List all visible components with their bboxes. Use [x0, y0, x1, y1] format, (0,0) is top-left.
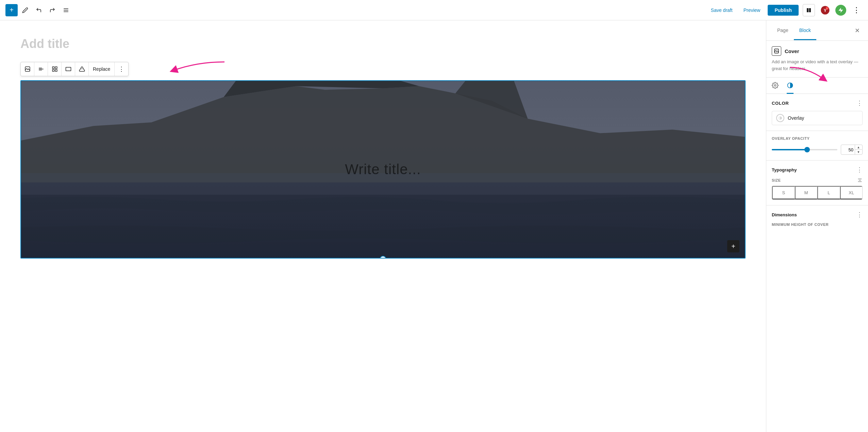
list-view-button[interactable]	[60, 4, 72, 16]
opacity-section: OVERLAY OPACITY ▲ ▼	[766, 131, 868, 161]
size-s[interactable]: S	[772, 186, 795, 199]
typography-section: Typography ⋮ SIZE S M L XL	[766, 161, 868, 205]
cover-add-block-button[interactable]: +	[727, 240, 739, 252]
editor-area: Add title	[0, 20, 766, 432]
settings-tab-style[interactable]	[787, 78, 794, 94]
main-area: Add title	[0, 20, 868, 432]
tab-page[interactable]: Page	[772, 21, 794, 40]
size-m[interactable]: M	[795, 186, 818, 199]
right-sidebar: Page Block ✕ Cover Add an image or video…	[766, 20, 868, 432]
svg-rect-14	[52, 67, 54, 68]
dimensions-section: Dimensions ⋮ MINIMUM HEIGHT OF COVER	[766, 205, 868, 232]
toolbar-left: +	[5, 4, 72, 16]
redo-button[interactable]	[46, 4, 59, 16]
typography-more-button[interactable]: ⋮	[856, 166, 863, 173]
dimensions-header: Dimensions ⋮	[772, 211, 863, 218]
opacity-increment[interactable]: ▲	[855, 145, 862, 150]
undo-icon	[36, 7, 42, 13]
publish-button[interactable]: Publish	[768, 5, 799, 16]
overlay-button[interactable]: Overlay	[772, 111, 863, 125]
fullwidth-button[interactable]	[62, 62, 75, 76]
block-settings-tabs	[766, 78, 868, 94]
sidebar-close-button[interactable]: ✕	[852, 25, 863, 36]
top-toolbar: + Save draft Preview Publish	[0, 0, 868, 20]
pencil-icon	[22, 7, 28, 13]
gear-icon	[772, 82, 779, 89]
size-l[interactable]: L	[817, 186, 840, 199]
size-xl[interactable]: XL	[840, 186, 863, 199]
size-options: S M L XL	[772, 186, 863, 200]
cover-icon	[774, 48, 779, 54]
overlay-color-circle	[776, 114, 784, 122]
jetpack-icon[interactable]	[835, 5, 846, 16]
opacity-decrement[interactable]: ▼	[855, 150, 862, 154]
yoast-icon: Y •	[820, 5, 830, 15]
alert-button[interactable]	[75, 62, 89, 76]
opacity-value-box: ▲ ▼	[841, 145, 863, 155]
color-section: Color ⋮ Overlay	[766, 94, 868, 131]
alert-icon	[79, 66, 85, 72]
cover-background: Write title... +	[21, 81, 745, 258]
list-icon	[63, 7, 69, 13]
opacity-value-input[interactable]	[841, 146, 855, 154]
color-more-button[interactable]: ⋮	[856, 99, 863, 107]
sidebar-tabs: Page Block	[772, 21, 852, 40]
block-type-icon	[772, 46, 781, 56]
cover-block: Write title... +	[20, 80, 746, 259]
min-height-label: MINIMUM HEIGHT OF COVER	[772, 222, 863, 227]
block-toolbar: Replace ⋮	[20, 62, 129, 76]
svg-rect-15	[55, 67, 57, 68]
block-info-section: Cover Add an image or video with a text …	[766, 41, 868, 78]
cover-title-text[interactable]: Write title...	[345, 161, 421, 178]
block-description: Add an image or video with a text overla…	[772, 59, 863, 72]
bolt-icon	[838, 7, 844, 13]
opacity-slider[interactable]	[772, 149, 837, 150]
options-button[interactable]: ⋮	[850, 4, 863, 16]
align-left-button[interactable]	[34, 62, 48, 76]
typography-title: Typography	[772, 167, 797, 172]
grid-view-button[interactable]	[48, 62, 62, 76]
edit-mode-button[interactable]	[19, 4, 31, 16]
block-more-options[interactable]: ⋮	[115, 62, 128, 76]
svg-rect-17	[55, 70, 57, 71]
fullwidth-icon	[65, 66, 71, 72]
editor-view-toggle[interactable]	[803, 4, 815, 16]
sidebar-header: Page Block ✕	[766, 20, 868, 41]
dimensions-more-button[interactable]: ⋮	[856, 211, 863, 218]
replace-button[interactable]: Replace	[89, 62, 115, 76]
align-left-icon	[38, 66, 44, 72]
editor-view-icon	[806, 7, 812, 13]
svg-text:•: •	[827, 7, 828, 10]
overlay-color-icon	[778, 116, 782, 120]
toolbar-right: Save draft Preview Publish Y • ⋮	[707, 4, 863, 16]
size-label: SIZE	[772, 178, 863, 183]
typography-header: Typography ⋮	[772, 166, 863, 173]
post-title[interactable]: Add title	[20, 34, 746, 54]
add-block-button[interactable]: +	[5, 4, 18, 16]
cover-icon-button[interactable]	[21, 62, 34, 76]
opacity-slider-thumb[interactable]	[804, 147, 810, 152]
arrow-annotation	[163, 59, 231, 82]
block-name: Cover	[785, 48, 799, 54]
block-info-title: Cover	[772, 46, 863, 56]
color-title: Color	[772, 101, 789, 106]
block-settings-area	[766, 78, 868, 94]
settings-tab-gear[interactable]	[772, 78, 779, 94]
svg-rect-3	[807, 8, 808, 12]
yoast-plugin[interactable]: Y •	[819, 4, 831, 16]
opacity-label: OVERLAY OPACITY	[772, 136, 863, 140]
cover-block-icon	[24, 66, 31, 72]
preview-button[interactable]: Preview	[740, 5, 764, 15]
grid-icon	[52, 66, 58, 72]
opacity-steppers: ▲ ▼	[855, 145, 862, 154]
color-section-header: Color ⋮	[772, 99, 863, 107]
size-adjust-icon[interactable]	[857, 178, 863, 183]
undo-button[interactable]	[33, 4, 45, 16]
svg-rect-16	[52, 70, 54, 71]
tab-block[interactable]: Block	[794, 21, 816, 40]
save-draft-button[interactable]: Save draft	[707, 5, 736, 15]
svg-point-26	[774, 84, 776, 86]
redo-icon	[49, 7, 55, 13]
close-icon: ✕	[855, 27, 860, 34]
svg-rect-4	[809, 8, 811, 12]
